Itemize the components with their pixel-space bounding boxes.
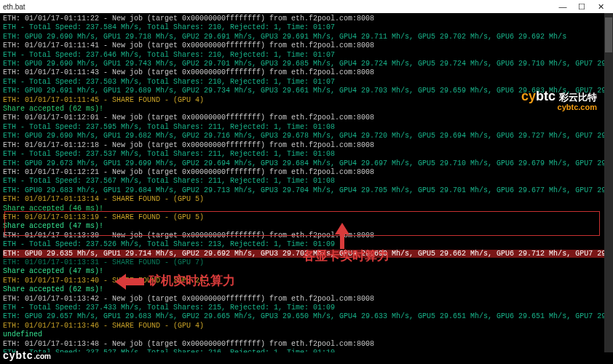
terminal-output: ETH: 01/01/17-01:11:22 - New job (target… <box>0 13 613 352</box>
terminal-line: ETH: 01/01/17-01:12:01 - New job (target… <box>3 114 610 122</box>
terminal-line: ETH: 01/01/17-01:13:42 - New job (target… <box>3 295 610 304</box>
terminal-line: ETH - Total Speed: 237.646 Mh/s, Total S… <box>3 51 610 60</box>
terminal-line: ETH: 01/01/17-01:13:14 - SHARE FOUND - (… <box>3 195 610 204</box>
watermark-logo: cybtc 彩云比特 cybtc.com <box>521 89 597 111</box>
terminal-line: ETH: 01/01/17-01:11:43 - New job (target… <box>3 68 610 77</box>
terminal-line: ETH: GPU0 29.690 Mh/s, GPU1 29.743 Mh/s,… <box>3 60 610 68</box>
terminal-line: Share accepted (62 ms)! <box>3 285 610 294</box>
window-close-button[interactable]: ✕ <box>591 2 610 12</box>
window-maximize-button[interactable]: ☐ <box>572 2 591 12</box>
terminal-line: ETH: 01/01/17-01:11:45 - SHARE FOUND - (… <box>3 96 610 105</box>
terminal-line: ETH: 01/01/17-01:13:30 - New job (target… <box>3 232 610 240</box>
scrollbar-thumb[interactable] <box>605 17 612 52</box>
terminal-line: ETH: 01/01/17-01:13:48 - New job (target… <box>3 340 610 349</box>
terminal-line: ETH: GPU0 29.690 Mh/s, GPU1 29.682 Mh/s,… <box>3 132 610 141</box>
footer-watermark: cybtc.com <box>3 349 51 361</box>
title-bar: eth.bat — ☐ ✕ <box>0 0 613 13</box>
terminal-line: ETH: 01/01/17-01:13:19 - SHARE FOUND - (… <box>3 213 610 222</box>
terminal-line: ETH: 01/01/17-01:12:21 - New job (target… <box>3 168 610 177</box>
terminal-line: ETH: 01/01/17-01:13:46 - SHARE FOUND - (… <box>3 322 610 331</box>
terminal-line: ETH: 01/01/17-01:11:22 - New job (target… <box>3 15 610 23</box>
terminal-line: ETH: GPU0 29.657 Mh/s, GPU1 29.683 Mh/s,… <box>3 312 610 321</box>
terminal-line: Share accepted (47 ms)! <box>3 222 610 231</box>
terminal-line: ETH: GPU0 29.691 Mh/s, GPU1 29.689 Mh/s,… <box>3 87 610 95</box>
terminal-line: ETH - Total Speed: 237.537 Mh/s, Total S… <box>3 150 610 159</box>
terminal-line: ETH - Total Speed: 237.527 Mh/s, Total S… <box>3 349 610 352</box>
terminal-line: ETH - Total Speed: 237.433 Mh/s, Total S… <box>3 304 610 312</box>
terminal-line: Share accepted (62 ms)! <box>3 105 610 114</box>
annotation-total-label: 矿机实时总算力 <box>149 272 235 289</box>
terminal-line: Share accepted (47 ms)! <box>3 267 610 276</box>
terminal-line: undefined <box>3 331 610 339</box>
terminal-line: ETH: GPU0 29.683 Mh/s, GPU1 29.684 Mh/s,… <box>3 186 610 195</box>
terminal-line: ETH: GPU0 29.673 Mh/s, GPU1 29.699 Mh/s,… <box>3 159 610 168</box>
vertical-scrollbar[interactable] <box>604 13 613 352</box>
terminal-line: ETH - Total Speed: 237.584 Mh/s, Total S… <box>3 23 610 32</box>
terminal-line: ETH: 01/01/17-01:13:40 - SHARE FOUND - (… <box>3 277 610 285</box>
annotation-gpu-label: 各显卡实时算力 <box>303 248 389 264</box>
window-title: eth.bat <box>3 3 25 11</box>
terminal-line: ETH - Total Speed: 237.503 Mh/s, Total S… <box>3 78 610 87</box>
terminal-line: ETH: 01/01/17-01:12:18 - New job (target… <box>3 141 610 150</box>
window-minimize-button[interactable]: — <box>553 2 572 11</box>
terminal-line: ETH: GPU0 29.690 Mh/s, GPU1 29.718 Mh/s,… <box>3 33 610 41</box>
terminal-line: ETH: 01/01/17-01:11:41 - New job (target… <box>3 41 610 50</box>
terminal-line: Share accepted (46 ms)! <box>3 205 610 213</box>
terminal-line: ETH - Total Speed: 237.567 Mh/s, Total S… <box>3 177 610 186</box>
terminal-line: ETH - Total Speed: 237.595 Mh/s, Total S… <box>3 123 610 132</box>
